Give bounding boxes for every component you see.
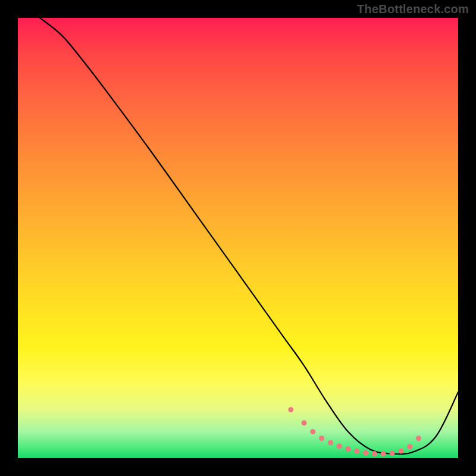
marker-layer <box>288 407 421 456</box>
chart-svg <box>18 18 458 458</box>
marker-dot <box>416 436 421 441</box>
marker-dot <box>337 444 342 449</box>
marker-dot <box>328 440 333 446</box>
marker-dot <box>372 451 377 456</box>
attribution-text: TheBottleneck.com <box>357 2 469 16</box>
curve-layer <box>40 18 458 454</box>
marker-dot <box>288 407 293 412</box>
marker-dot <box>398 449 403 454</box>
marker-dot <box>381 451 386 456</box>
marker-dot <box>310 429 315 434</box>
marker-dot <box>319 436 324 441</box>
marker-dot <box>354 449 359 454</box>
marker-dot <box>363 450 368 456</box>
chart-frame: TheBottleneck.com <box>0 0 476 476</box>
marker-dot <box>346 446 351 452</box>
plot-area <box>18 18 458 458</box>
marker-dot <box>390 450 395 456</box>
marker-dot <box>302 420 307 425</box>
bottleneck-curve <box>40 18 458 454</box>
marker-dot <box>407 444 412 449</box>
